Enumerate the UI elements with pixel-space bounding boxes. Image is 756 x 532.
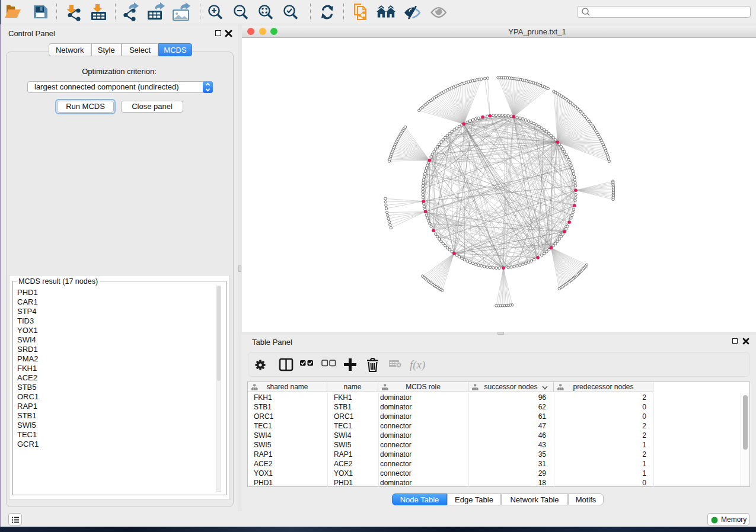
svg-text:f(x): f(x) <box>410 358 425 371</box>
